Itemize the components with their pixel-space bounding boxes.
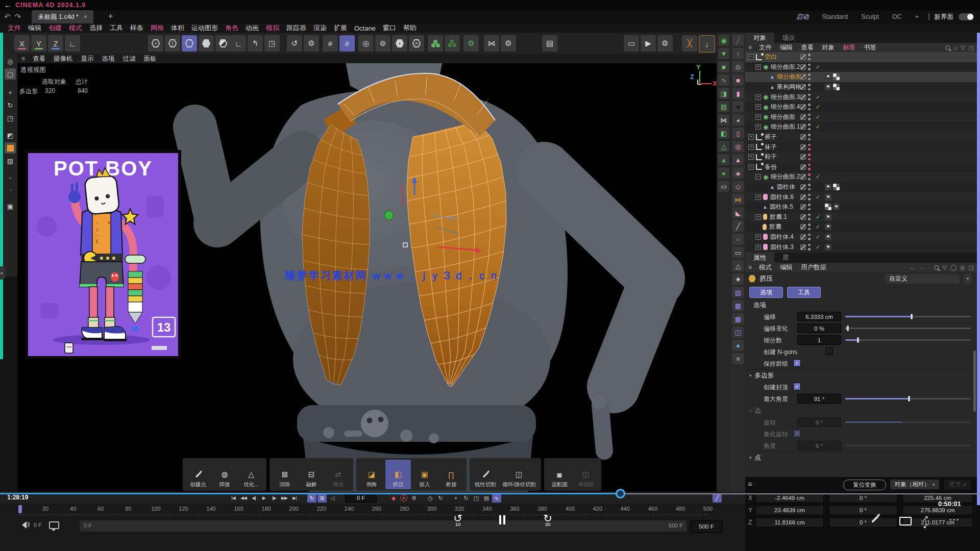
细分数-slider[interactable] [845,339,971,341]
visibility-dots[interactable] [808,64,811,70]
history-forward-icon[interactable]: → [919,264,924,270]
enable-axis-button[interactable]: ↺ [287,35,302,52]
render-toggle-icon[interactable] [800,64,806,70]
document-tab[interactable]: 未标题 1.c4d * × [32,10,93,23]
home-icon[interactable]: ⌂ [953,44,957,51]
am-tab-层[interactable]: 层 [774,253,797,263]
visibility-dots[interactable] [808,244,811,251]
deformer-twist-icon[interactable]: ▩ [732,313,744,324]
layout-tab-Standard[interactable]: Standard [822,13,848,20]
visibility-dots[interactable] [808,123,811,130]
octane-download-button[interactable]: ↓ [699,35,715,53]
om-menu-书签[interactable]: 书签 [860,43,880,52]
move-tool-icon[interactable]: + [5,87,16,98]
workplane-button[interactable]: ∟ [65,35,80,52]
snap-enable-button[interactable]: # [339,35,355,52]
visibility-dots[interactable] [808,54,811,60]
transport-button[interactable]: |▶ [269,493,279,503]
偏移-slider[interactable] [845,316,971,317]
filter-icon[interactable]: ▽ [961,44,965,51]
expander-icon[interactable]: + [755,234,761,240]
量化旋转-checkbox[interactable]: ✓ [793,430,801,437]
pyramid-primitive-icon[interactable]: ◣ [732,207,744,218]
viewport-label[interactable]: 透视视图 [20,66,46,74]
visibility-dots[interactable] [808,84,811,90]
render-toggle-icon[interactable] [800,234,806,240]
tree-row-圆柱体.3[interactable]: +圆柱体.3✓⚑ [745,242,977,252]
layout-tab-+[interactable]: + [915,13,919,20]
checker-tag-icon[interactable] [833,73,840,80]
annotate-pencil-icon[interactable] [871,515,879,523]
transport-button[interactable]: ▶ [259,493,269,503]
right-edge-scrollbar[interactable] [977,33,980,505]
tree-row-细分曲面.3[interactable]: +◉细分曲面.3✓ [745,92,977,102]
viewport-menu-摄像机[interactable]: 摄像机 [50,55,77,63]
tree-row-细分曲面.4[interactable]: +◉细分曲面.4✓ [745,102,977,112]
pause-button[interactable] [498,515,508,525]
circle-spline-icon[interactable]: ○ [732,234,744,245]
boole-green-icon[interactable]: ◨ [718,88,729,99]
polygon-mode-icon[interactable] [5,142,16,154]
octane-sphere-icon[interactable]: ● [732,101,744,112]
tool-线性切割[interactable]: 线性切割 [472,460,499,489]
mograph-cloner-button[interactable] [428,35,443,52]
enabled-check-icon[interactable]: ✓ [816,223,820,230]
target-icon[interactable]: ◎ [960,264,965,271]
keyframe-settings-button[interactable]: ⚙ [409,493,419,503]
tree-row-袜子[interactable]: +袜子 [745,142,977,152]
menu-模拟[interactable]: 模拟 [262,23,283,33]
section-多边形[interactable]: ▾多边形 [745,369,977,381]
tree-row-细分曲面.2[interactable]: +◉细分曲面.2✓ [745,62,977,72]
visibility-dots[interactable] [808,194,811,201]
perspective-viewport[interactable]: POT BOY ♥ ○ △ □ ╳ [17,54,717,492]
checker-tag-icon[interactable] [825,204,831,210]
render-toggle-icon[interactable] [800,144,806,150]
fcurve-toggle[interactable]: ╱ [713,493,722,503]
symmetry-options-button[interactable]: ⚙ [501,35,516,52]
om-tab-场次[interactable]: 场次 [774,33,803,43]
偏移变化-value-field[interactable]: 0 % [797,323,841,333]
创建 N-gons-checkbox[interactable] [825,347,833,355]
undo-redo-icons[interactable]: ↶↷ [4,12,25,21]
visibility-dots[interactable] [808,214,811,220]
expander-icon[interactable]: − [755,174,761,180]
tool-焊接[interactable]: ◍焊接 [212,460,237,489]
transport-button[interactable]: ◀| [249,493,259,503]
viewport-menu-过滤[interactable]: 过滤 [119,55,139,63]
flag-tag-icon[interactable]: ⚑ [825,234,831,240]
flag-tag-icon[interactable]: ⚑ [825,223,831,230]
tree-row-鞋子[interactable]: +鞋子 [745,152,977,162]
model-mode-button[interactable] [199,35,214,52]
am-menu-模式[interactable]: 模式 [755,263,776,272]
visibility-dots[interactable] [808,114,811,120]
render-toggle-icon[interactable] [800,104,806,110]
visibility-dots[interactable] [808,234,811,240]
render-settings-button[interactable]: ⚙ [657,35,673,52]
om-menu-icon[interactable]: ≡ [748,44,752,51]
render-toggle-icon[interactable] [800,54,806,60]
expander-icon[interactable]: + [755,114,761,120]
grid-quantize-button[interactable]: # [323,35,338,52]
scale-tool-icon[interactable]: ◳ [5,112,16,123]
tube-primitive-icon[interactable]: ▯ [732,128,744,139]
section-边[interactable]: ▾边 [745,405,977,416]
preset-dropdown[interactable]: 自定义 [885,274,960,284]
timeline-ruler[interactable]: 2040608010012014016018020022024026028030… [0,504,745,517]
new-ui-toggle[interactable] [959,13,974,20]
spline-smooth-icon[interactable]: ∿ [718,74,729,86]
camera-state-icon[interactable]: ▭ [718,181,729,192]
transport-button[interactable]: |◀ [228,493,238,503]
flag-tag-icon[interactable]: ⚑ [825,244,831,251]
close-tab-icon[interactable]: × [84,13,87,20]
expander-icon[interactable]: + [755,124,761,130]
pen-spline-icon[interactable]: ╱ [732,220,744,232]
lock-y-axis-button[interactable]: Y [31,35,46,52]
flag-tag-icon[interactable]: ⚑ [825,184,831,190]
expander-icon[interactable]: + [748,154,754,160]
keyframe-cycle-button[interactable]: ↻ [436,493,445,503]
parent-up-icon[interactable]: ↑ [928,264,931,270]
menu-扩展[interactable]: 扩展 [330,23,351,33]
popout-icon[interactable]: ◳ [969,44,974,51]
cube-primitive-icon[interactable]: ■ [732,74,744,86]
render-toggle-icon[interactable] [800,214,806,220]
